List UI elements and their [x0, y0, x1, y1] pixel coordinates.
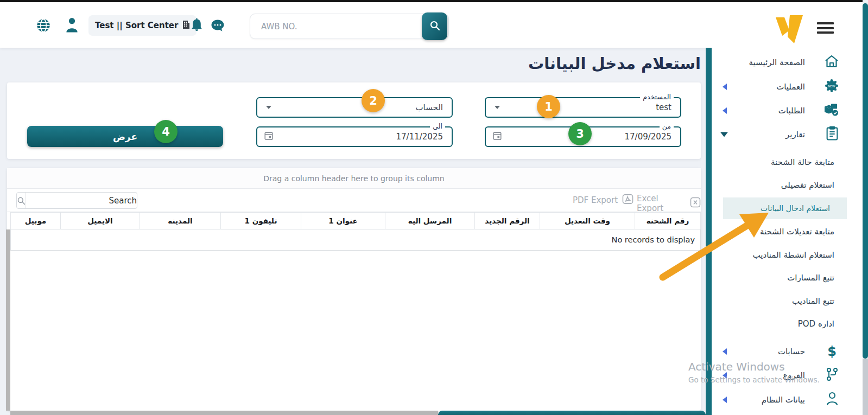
- pdf-export-button[interactable]: PDF Export: [573, 194, 633, 207]
- app-root: Test || Sort Center ا: [0, 0, 868, 415]
- grid-toolbar: PDF Export Excel Export: [7, 189, 701, 212]
- sidebar-subitem-label: متابعة حالة الشحنة: [771, 157, 834, 167]
- sidebar-subitem-track-couriers[interactable]: تتبع المناديب: [712, 290, 863, 312]
- sidebar-subitem-label: استعلام انشطة المناديب: [753, 250, 834, 260]
- excel-export-button[interactable]: Excel Export: [637, 194, 701, 213]
- show-button[interactable]: عرض: [27, 126, 223, 147]
- user-profile-icon[interactable]: [65, 17, 79, 35]
- sidebar-subitem-pod-management[interactable]: اداره POD: [712, 313, 863, 335]
- company-logo: [771, 13, 807, 46]
- sidebar-subitem-label: استعلام ادخال البيانات: [761, 204, 830, 213]
- pdf-icon: [622, 194, 633, 207]
- sidebar-item-accounts[interactable]: $ حسابات: [712, 341, 863, 362]
- to-field-label: الى: [430, 123, 445, 130]
- notifications-bell-icon[interactable]: [190, 18, 204, 35]
- home-icon: [825, 55, 839, 70]
- step-badge-2: 2: [362, 89, 385, 112]
- step-badge-3: 3: [568, 122, 592, 145]
- page-scrollbar[interactable]: [863, 2, 868, 415]
- column-header-consignee[interactable]: المرسل اليه: [385, 213, 475, 229]
- sidebar-subitem-shipment-status[interactable]: متابعة حالة الشحنة: [712, 151, 863, 173]
- to-field-value: 17/11/2025: [396, 132, 443, 142]
- building-icon: [182, 20, 190, 31]
- person-outline-icon: [826, 392, 839, 408]
- excel-icon: [690, 197, 701, 210]
- menu-toggle-icon[interactable]: [817, 22, 834, 34]
- calendar-icon[interactable]: [492, 131, 502, 143]
- sidebar-item-label: العمليات: [776, 82, 805, 92]
- awb-search-button[interactable]: [422, 12, 447, 40]
- branches-network-icon: [826, 367, 839, 384]
- page-title: استعلام مدخل البيانات: [528, 54, 701, 73]
- svg-text:NEW: NEW: [828, 85, 835, 88]
- from-field-label: من: [660, 123, 674, 130]
- sidebar-item-label: حسابات: [778, 347, 805, 356]
- sidebar-item-orders[interactable]: الطلبات: [712, 100, 863, 122]
- chevron-down-icon: [720, 132, 728, 137]
- operations-badge-icon: NEW: [825, 79, 839, 95]
- column-header-mobile[interactable]: موبيل: [10, 213, 61, 229]
- orders-boxes-icon: [824, 103, 839, 119]
- user-select[interactable]: المستخدم test: [485, 97, 681, 118]
- sidebar-scrollbar[interactable]: [706, 48, 712, 415]
- sidebar-subitem-shipment-modifications[interactable]: متابعة تعديلات الشحنة: [712, 221, 863, 242]
- filter-form-card: المستخدم test الحساب من 17/09/2025 الى 1…: [7, 82, 701, 159]
- column-header-phone1[interactable]: تليفون 1: [221, 213, 301, 229]
- data-grid-card: Drag a column header here to group its c…: [7, 168, 701, 411]
- workspace-label: Test || Sort Center: [95, 21, 178, 30]
- sidebar-subitem-detailed-inquiry[interactable]: استعلام تفصيلى: [712, 174, 863, 196]
- column-header-email[interactable]: الايميل: [61, 213, 140, 229]
- sidebar-item-label: الصفحة الرئيسية: [749, 58, 806, 67]
- sidebar-subitem-label: تتبع المسارات: [787, 273, 834, 283]
- empty-state-row: No records to display: [10, 229, 701, 251]
- awb-search-input[interactable]: [250, 14, 413, 39]
- table-header-row: موبيل الايميل المدينه تليفون 1 عنوان 1 ا…: [10, 212, 701, 229]
- column-header-address1[interactable]: عنوان 1: [301, 213, 385, 229]
- sidebar-subitem-track-routes[interactable]: تتبع المسارات: [712, 267, 863, 289]
- column-header-city[interactable]: المدينه: [140, 213, 221, 229]
- table-vertical-scrollbar[interactable]: [6, 229, 10, 411]
- step-badge-4: 4: [154, 120, 178, 143]
- sidebar-item-operations[interactable]: NEW العمليات: [712, 76, 863, 98]
- sidebar-item-label: الفروع: [783, 371, 805, 380]
- sidebar-item-home[interactable]: الصفحة الرئيسية: [712, 52, 863, 73]
- pdf-export-label: PDF Export: [573, 195, 618, 205]
- group-panel[interactable]: Drag a column header here to group its c…: [7, 168, 701, 189]
- sidebar-subitem-label: اداره POD: [798, 319, 834, 329]
- workspace-chip[interactable]: Test || Sort Center: [88, 15, 197, 36]
- grid-search-input[interactable]: [26, 193, 142, 208]
- grid-search-box: [16, 192, 137, 209]
- partial-bottom-button[interactable]: [438, 411, 706, 415]
- chevron-left-icon: [723, 107, 727, 114]
- sidebar-item-label: بيانات النظام: [762, 395, 805, 405]
- search-icon: [429, 20, 440, 33]
- sidebar-subitem-label: متابعة تعديلات الشحنة: [760, 227, 834, 237]
- sidebar: الصفحة الرئيسية NEW العمليات الطلبات تقا…: [712, 48, 863, 415]
- table-horizontal-scrollbar-thumb[interactable]: [10, 411, 438, 415]
- sidebar-subitem-data-entry-inquiry-active[interactable]: استعلام ادخال البيانات: [723, 197, 847, 219]
- sidebar-item-branches[interactable]: الفروع: [712, 365, 863, 386]
- chevron-left-icon: [723, 348, 727, 355]
- column-header-new-number[interactable]: الرقم الجديد: [475, 213, 540, 229]
- page-scrollbar-thumb[interactable]: [863, 3, 868, 359]
- calendar-icon[interactable]: [264, 131, 274, 143]
- sidebar-item-label: الطلبات: [778, 106, 805, 116]
- column-header-awb-number[interactable]: رقم الشحنه: [635, 213, 701, 229]
- column-header-edit-time[interactable]: وقت التعديل: [540, 213, 635, 229]
- language-globe-icon[interactable]: [36, 18, 51, 35]
- account-placeholder: الحساب: [416, 103, 443, 112]
- caret-down-icon: [266, 106, 271, 109]
- date-to-input[interactable]: الى 17/11/2025: [256, 126, 453, 147]
- user-field-value: test: [656, 103, 671, 112]
- excel-export-label: Excel Export: [637, 194, 686, 213]
- step-badge-1: 1: [537, 95, 560, 118]
- caret-down-icon: [495, 106, 500, 109]
- chevron-left-icon: [723, 372, 727, 379]
- dollar-icon: $: [827, 344, 837, 359]
- chat-icon[interactable]: [211, 19, 225, 35]
- sidebar-item-reports[interactable]: تقارير: [712, 124, 863, 145]
- sidebar-item-system-data[interactable]: بيانات النظام: [712, 389, 863, 411]
- chevron-left-icon: [723, 84, 727, 90]
- account-select[interactable]: الحساب: [256, 97, 453, 118]
- sidebar-subitem-courier-activities[interactable]: استعلام انشطة المناديب: [712, 244, 863, 266]
